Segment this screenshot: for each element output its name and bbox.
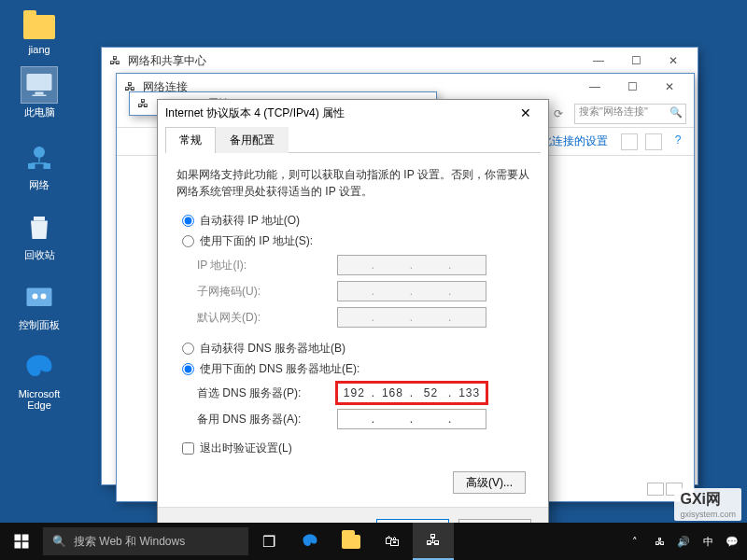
start-button[interactable] [0, 523, 43, 560]
advanced-button[interactable]: 高级(V)... [453, 471, 526, 494]
system-tray: ˄ 🖧 🔊 中 💬 [627, 523, 747, 560]
tab-alternate[interactable]: 备用配置 [216, 127, 289, 153]
icon-label: 回收站 [11, 248, 67, 262]
label-dns2: 备用 DNS 服务器(A): [197, 412, 337, 427]
desktop-icon-user[interactable]: jiang [11, 6, 67, 55]
maximize-button[interactable]: ☐ [613, 74, 651, 100]
taskbar-active-window[interactable]: 🖧 [413, 523, 454, 560]
icon-label: 控制面板 [11, 318, 67, 332]
radio-manual-ip[interactable]: 使用下面的 IP 地址(S): [182, 233, 529, 249]
desktop-icon-pc[interactable]: 此电脑 [11, 67, 67, 119]
input-gateway: ... [337, 307, 486, 328]
taskbar-edge[interactable] [289, 523, 331, 560]
input-mask: ... [337, 281, 486, 301]
search-input[interactable]: 搜索"网络连接" [574, 104, 686, 124]
pc-icon [21, 67, 57, 103]
tray-up-icon[interactable]: ˄ [627, 534, 642, 549]
windows-icon [13, 533, 30, 550]
svg-point-3 [34, 147, 45, 158]
refresh-button[interactable]: ⟳ [546, 102, 571, 126]
recycle-bin-icon [21, 210, 57, 245]
input-dns1[interactable]: 192.168.52.133 [337, 383, 486, 403]
minimize-button[interactable]: — [576, 74, 613, 100]
svg-rect-10 [15, 535, 21, 541]
taskbar: 🔍 搜索 Web 和 Windows ❐ 🛍 🖧 ˄ 🖧 🔊 中 💬 [0, 523, 747, 560]
maximize-button[interactable]: ☐ [617, 48, 655, 74]
ip-radio-group: 自动获得 IP 地址(O) 使用下面的 IP 地址(S): [182, 213, 529, 249]
adapter-icon: 🖧 [135, 96, 150, 111]
svg-point-8 [33, 294, 38, 300]
tab-general[interactable]: 常规 [165, 127, 216, 153]
taskbar-search[interactable]: 🔍 搜索 Web 和 Windows [43, 527, 248, 555]
dns-radio-group: 自动获得 DNS 服务器地址(B) 使用下面的 DNS 服务器地址(E): [182, 341, 529, 377]
tray-network-icon[interactable]: 🖧 [652, 534, 667, 549]
folder-icon [342, 535, 360, 549]
icon-label: 此电脑 [11, 105, 67, 119]
app-icon: 🖧 [107, 53, 122, 68]
close-button[interactable]: ✕ [651, 74, 688, 100]
control-panel-icon [21, 280, 57, 315]
view-dropdown-icon[interactable] [621, 133, 638, 150]
svg-rect-7 [27, 288, 52, 307]
desktop-icon-controlpanel[interactable]: 控制面板 [11, 280, 67, 332]
tab-strip: 常规 备用配置 [165, 126, 541, 153]
task-view-button[interactable]: ❐ [248, 523, 289, 560]
radio-auto-ip[interactable]: 自动获得 IP 地址(O) [182, 213, 529, 229]
edge-icon [21, 350, 57, 385]
preview-pane-icon[interactable] [645, 133, 662, 150]
minimize-button[interactable]: — [580, 48, 617, 74]
network-icon [21, 140, 57, 175]
dialog-body: 如果网络支持此功能，则可以获取自动指派的 IP 设置。否则，你需要从网络系统管理… [158, 153, 548, 507]
help-icon[interactable]: ? [669, 133, 686, 150]
taskbar-explorer[interactable] [331, 523, 372, 560]
icon-label: jiang [11, 44, 67, 55]
taskbar-store[interactable]: 🛍 [372, 523, 413, 560]
ip-fields: IP 地址(I):... 子网掩码(U):... 默认网关(D):... [197, 255, 529, 328]
dialog-ipv4-properties[interactable]: Internet 协议版本 4 (TCP/IPv4) 属性 ✕ 常规 备用配置 … [157, 99, 549, 553]
close-button[interactable]: ✕ [511, 102, 541, 124]
titlebar[interactable]: 🖧 网络和共享中心 — ☐ ✕ [102, 48, 698, 74]
description-text: 如果网络支持此功能，则可以获取自动指派的 IP 设置。否则，你需要从网络系统管理… [176, 166, 529, 200]
input-dns2[interactable]: ... [337, 409, 486, 429]
svg-rect-13 [22, 542, 29, 549]
desktop-icon-network[interactable]: 网络 [11, 140, 67, 192]
svg-rect-12 [15, 542, 21, 549]
tray-volume-icon[interactable]: 🔊 [676, 534, 691, 549]
icon-label: 网络 [11, 178, 67, 192]
svg-rect-0 [27, 74, 52, 91]
tray-notification-icon[interactable]: 💬 [725, 534, 740, 549]
watermark: GXi网gxisystem.com [674, 488, 741, 521]
search-icon: 🔍 [52, 535, 66, 548]
svg-rect-2 [33, 95, 47, 97]
dialog-titlebar[interactable]: Internet 协议版本 4 (TCP/IPv4) 属性 ✕ [158, 100, 548, 126]
svg-rect-6 [34, 217, 45, 221]
input-ip: ... [337, 255, 486, 275]
window-title: 网络和共享中心 [128, 53, 206, 69]
radio-auto-dns[interactable]: 自动获得 DNS 服务器地址(B) [182, 341, 529, 357]
dns-fields: 首选 DNS 服务器(P): 192.168.52.133 备用 DNS 服务器… [197, 383, 529, 429]
desktop-icon-recyclebin[interactable]: 回收站 [11, 210, 67, 262]
close-button[interactable]: ✕ [655, 48, 692, 74]
tray-ime-icon[interactable]: 中 [700, 534, 715, 549]
folder-icon [23, 15, 55, 39]
label-ip: IP 地址(I): [197, 258, 337, 273]
label-dns1: 首选 DNS 服务器(P): [197, 385, 337, 401]
desktop-icon-edge[interactable]: Microsoft Edge [11, 350, 67, 411]
radio-manual-dns[interactable]: 使用下面的 DNS 服务器地址(E): [182, 361, 529, 377]
checkbox-validate[interactable]: 退出时验证设置(L) [182, 441, 529, 456]
svg-rect-11 [22, 535, 29, 541]
icon-label: Microsoft Edge [11, 388, 67, 411]
svg-point-9 [41, 294, 47, 300]
svg-rect-1 [35, 92, 44, 95]
label-gateway: 默认网关(D): [197, 310, 337, 326]
label-mask: 子网掩码(U): [197, 284, 337, 300]
dialog-title: Internet 协议版本 4 (TCP/IPv4) 属性 [165, 105, 345, 121]
